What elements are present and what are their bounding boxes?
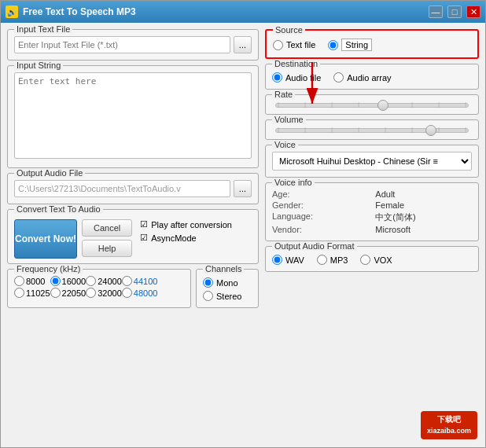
freq-44100: 44100 [122,276,158,286]
input-text-file-field[interactable] [14,36,230,53]
minimize-button[interactable]: — [429,6,443,18]
language-label: Language: [272,211,369,223]
output-format-section: Output Audio Format WAV MP3 VOX [265,246,479,272]
bottom-row: Frequency (kHz) 8000 16000 24000 44100 1… [7,269,259,308]
dest-audio-file-label: Audio file [285,73,321,83]
close-button[interactable]: ✕ [466,6,480,18]
output-audio-file-field[interactable] [14,180,230,197]
freq-48000: 48000 [122,288,158,298]
output-format-label: Output Audio Format [272,241,357,251]
gender-value: Female [375,200,472,210]
freq-16000-radio[interactable] [50,276,61,286]
right-panel: Source Text file String Destination [265,29,479,441]
output-file-row: ... [14,180,252,197]
vendor-value: Microsoft [375,225,472,234]
format-mp3-radio[interactable] [317,255,327,265]
watermark: 下载吧xiazaiba.com [421,411,477,439]
dest-audio-array-label: Audio array [347,73,391,83]
play-after-option: ☑ Play after conversion [140,219,232,230]
freq-48000-radio[interactable] [122,288,132,298]
main-window: 🔊 Free Text To Speech MP3 — □ ✕ Input Te… [0,0,486,448]
source-text-file: Text file [273,40,315,50]
age-label: Age: [272,189,369,199]
source-string-label: String [341,39,372,51]
freq-24000-radio[interactable] [86,276,96,286]
async-mode-checkbox[interactable]: ☑ [140,233,148,243]
mono-radio[interactable] [203,277,213,288]
stereo-option: Stereo [203,291,252,301]
freq-8000-radio[interactable] [14,276,24,286]
left-panel: Input Text File ... Input String Output … [7,29,259,441]
output-audio-file-group: Output Audio File ... [7,173,259,204]
source-section: Source Text file String [265,29,479,59]
format-vox-label: VOX [374,255,392,265]
browse-text-file-button[interactable]: ... [234,36,252,53]
maximize-button[interactable]: □ [447,6,462,18]
volume-section: Volume || || || || [265,119,479,140]
format-vox: VOX [360,255,392,265]
browse-output-file-button[interactable]: ... [234,180,252,197]
dest-audio-array: Audio array [333,72,391,83]
convert-section-label: Convert Text To Audio [14,204,103,214]
voice-info-section: Voice info Age: Adult Gender: Female Lan… [265,182,479,241]
freq-22050-radio[interactable] [50,288,61,298]
freq-32000: 32000 [86,288,122,298]
format-mp3: MP3 [317,255,348,265]
freq-11025-radio[interactable] [14,288,24,298]
stereo-radio[interactable] [203,291,213,301]
convert-section: Convert Text To Audio Convert Now! Cance… [7,209,259,264]
main-content: Input Text File ... Input String Output … [1,23,485,447]
freq-22050: 22050 [50,288,87,298]
source-string: String [328,39,372,51]
freq-11025: 11025 [14,288,50,298]
app-icon: 🔊 [6,6,18,18]
stereo-label: Stereo [216,292,241,301]
freq-32000-radio[interactable] [86,288,96,298]
source-text-file-radio[interactable] [273,40,283,50]
options-checkboxes: ☑ Play after conversion ☑ AsyncMode [140,219,232,243]
dest-audio-file-radio[interactable] [272,72,282,83]
titlebar: 🔊 Free Text To Speech MP3 — □ ✕ [1,1,485,23]
format-wav-radio[interactable] [272,255,282,265]
volume-label: Volume [272,115,306,124]
channels-label: Channels [203,264,244,274]
input-text-file-label: Input Text File [14,24,72,34]
freq-16000: 16000 [50,276,87,286]
output-format-radio-row: WAV MP3 VOX [272,255,472,265]
voice-section: Voice Microsoft Huihui Desktop - Chinese… [265,145,479,178]
gender-label: Gender: [272,200,369,210]
format-wav-label: WAV [285,255,304,265]
rate-label: Rate [272,90,295,99]
voice-dropdown[interactable]: Microsoft Huihui Desktop - Chinese (Sir … [272,152,472,171]
format-vox-radio[interactable] [360,255,370,265]
input-file-row: ... [14,36,252,53]
freq-44100-radio[interactable] [122,276,132,286]
cancel-button[interactable]: Cancel [82,219,132,237]
voice-info-label: Voice info [272,178,315,187]
help-button[interactable]: Help [82,240,132,257]
language-value: 中文(简体) [375,211,472,223]
frequency-grid: 8000 16000 24000 44100 11025 22050 32000… [14,276,184,298]
freq-8000: 8000 [14,276,50,286]
play-after-checkbox[interactable]: ☑ [140,219,148,230]
vendor-label: Vendor: [272,225,369,234]
format-wav: WAV [272,255,304,265]
freq-24000: 24000 [86,276,122,286]
mono-option: Mono [203,277,252,288]
format-mp3-label: MP3 [330,255,348,265]
async-mode-option: ☑ AsyncMode [140,233,232,243]
age-value: Adult [375,189,472,199]
input-string-textarea[interactable] [14,72,252,159]
dest-audio-array-radio[interactable] [333,72,344,83]
destination-label: Destination [272,59,320,68]
convert-now-button[interactable]: Convert Now! [14,219,77,259]
channels-section: Channels Mono Stereo [196,269,259,308]
input-text-file-group: Input Text File ... [7,29,259,61]
destination-radio-row: Audio file Audio array [272,72,472,83]
window-title: Free Text To Speech MP3 [23,6,424,17]
output-audio-file-label: Output Audio File [14,168,85,178]
input-string-group: Input String [7,65,259,168]
frequency-label: Frequency (kHz) [14,264,83,274]
voice-info-grid: Age: Adult Gender: Female Language: 中文(简… [272,189,472,234]
source-string-radio[interactable] [328,40,338,50]
